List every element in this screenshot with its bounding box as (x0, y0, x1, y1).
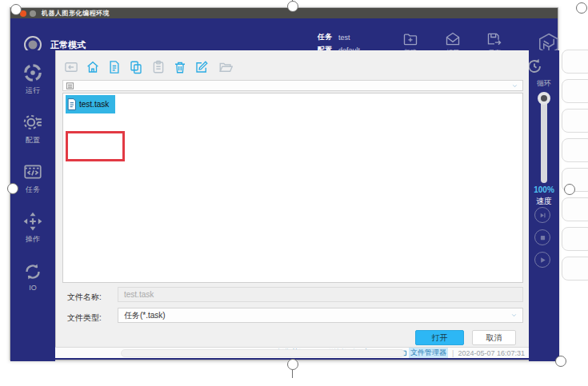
sidebar-item-label: IO (29, 284, 37, 292)
background-button (562, 257, 588, 281)
save-icon (486, 31, 502, 47)
selection-handle[interactable] (555, 356, 566, 367)
sidebar-item-label: 操作 (26, 234, 40, 245)
separator: | (452, 349, 454, 357)
selection-handle[interactable] (10, 4, 22, 15)
open-envelope-icon (445, 31, 461, 47)
gear-icon (22, 112, 43, 133)
sidebar-item-operate[interactable]: 操作 (10, 211, 55, 245)
file-manager-status[interactable]: 文件管理器 (398, 348, 448, 358)
file-dialog: test.task 文件名称: 文件类型: 任务(*.task) 打开 取消 (55, 50, 529, 358)
status-bar: 步进 关闭 | 碰撞检测开启(50%) | 文件管理器 | 2024-05-07… (55, 347, 529, 358)
timestamp: 2024-05-07 16:07:31 (458, 349, 525, 357)
speed-slider-knob[interactable] (538, 92, 550, 105)
sidebar-item-run[interactable]: 运行 (10, 62, 55, 96)
app-window: 机器人图形化编程环境 正常模式 任务 test 配置 default 新建 (10, 7, 558, 360)
list-view-icon (66, 82, 74, 90)
mode-label: 正常模式 (50, 39, 86, 51)
stop-icon (539, 234, 546, 241)
background-button (562, 197, 588, 221)
titlebar: 机器人图形化编程环境 (10, 8, 558, 18)
back-icon[interactable] (64, 60, 78, 74)
code-icon (22, 161, 43, 182)
selection-handle[interactable] (287, 359, 298, 370)
chevron-down-icon (510, 312, 518, 319)
selection-handle[interactable] (576, 2, 587, 14)
status-scrollbar[interactable] (121, 349, 405, 357)
background-button (562, 109, 588, 133)
new-folder-icon (402, 31, 418, 47)
chevron-down-icon (511, 82, 518, 90)
rename-icon[interactable] (194, 60, 209, 74)
background-button (562, 79, 588, 103)
task-file-icon (66, 97, 78, 111)
header: 正常模式 任务 test 配置 default 新建 打开 (10, 18, 558, 50)
screen: 机器人图形化编程环境 正常模式 任务 test 配置 default 新建 (0, 0, 588, 386)
location-combobox[interactable] (62, 80, 523, 91)
io-cycle-icon (23, 262, 42, 281)
speed-percent: 100% (529, 185, 559, 194)
copy-icon[interactable] (129, 60, 143, 74)
sidebar-item-label: 任务 (26, 185, 40, 195)
file-manager-text: 文件管理器 (409, 348, 448, 358)
speed-label: 速度 (529, 196, 559, 207)
selection-handle[interactable] (7, 183, 18, 194)
sidebar-item-io[interactable]: IO (10, 262, 55, 292)
sidebar-item-config[interactable]: 配置 (10, 112, 55, 145)
window-title: 机器人图形化编程环境 (42, 9, 110, 18)
sidebar-item-label: 运行 (26, 86, 40, 96)
background-button (562, 227, 588, 251)
task-label: 任务 (318, 32, 332, 42)
paste-icon[interactable] (151, 60, 166, 74)
home-icon[interactable] (86, 60, 100, 74)
selection-handle[interactable] (564, 184, 575, 195)
minimize-button[interactable] (30, 10, 36, 17)
selection-handle[interactable] (287, 1, 298, 12)
file-name-input[interactable] (118, 287, 523, 302)
annotation-highlight-box (66, 131, 125, 161)
file-type-select[interactable]: 任务(*.task) (118, 308, 523, 323)
run-icon (22, 62, 43, 83)
file-type-value: 任务(*.task) (124, 310, 166, 321)
file-item-selected[interactable]: test.task (66, 95, 115, 113)
left-sidebar: 运行 配置 任务 操作 (10, 50, 55, 361)
sidebar-item-label: 配置 (26, 135, 40, 145)
speed-slider-track[interactable] (541, 97, 547, 183)
step-forward-icon (538, 211, 547, 220)
delete-icon[interactable] (173, 60, 187, 74)
step-button[interactable] (534, 207, 550, 223)
cancel-button[interactable]: 取消 (472, 330, 516, 345)
file-list[interactable]: test.task (62, 93, 523, 283)
new-file-icon[interactable] (107, 60, 122, 74)
background-button (562, 138, 588, 162)
open-folder-icon[interactable] (218, 60, 233, 74)
loop-label: 循环 (529, 78, 559, 89)
background-button (562, 50, 588, 74)
handle-stem (292, 370, 293, 378)
file-name-label: 文件名称: (67, 292, 102, 303)
play-icon (538, 256, 547, 265)
move-arrows-icon (22, 211, 43, 232)
open-button[interactable]: 打开 (415, 330, 464, 345)
play-button[interactable] (534, 252, 550, 268)
task-value: test (338, 34, 350, 42)
file-type-label: 文件类型: (67, 312, 102, 324)
task-info: 任务 test (318, 32, 350, 42)
file-name: test.task (79, 100, 109, 109)
stop-button[interactable] (534, 229, 550, 245)
